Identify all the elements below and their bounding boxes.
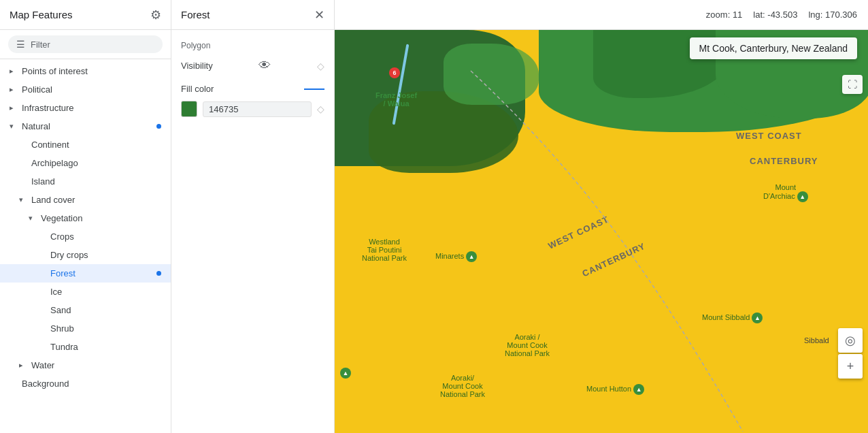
tree-arrow-infrastructure: ▸ (10, 103, 18, 112)
close-icon[interactable]: ✕ (314, 7, 324, 22)
tree-arrow-political: ▸ (10, 85, 18, 94)
fill-color-label: Fill color (181, 84, 304, 94)
sidebar-label-forest: Forest (50, 268, 161, 278)
sidebar-label-crops: Crops (50, 231, 161, 242)
tree-arrow-vegetation: ▾ (29, 214, 37, 223)
filter-lines-icon: ☰ (16, 39, 25, 50)
sidebar-item-crops[interactable]: Crops (0, 227, 171, 246)
sidebar-item-sand[interactable]: Sand (0, 301, 171, 319)
sidebar-item-natural[interactable]: ▾Natural (0, 117, 171, 135)
zoom-in-button[interactable]: + (838, 354, 863, 379)
lat-value: -43.503 (767, 10, 797, 20)
map-header: zoom: 11 lat: -43.503 lng: 170.306 (335, 0, 868, 30)
map-controls: ◎ + (838, 328, 863, 379)
eye-icon[interactable]: 👁 (258, 59, 271, 73)
sidebar-label-shrub: Shrub (50, 323, 161, 334)
sidebar-label-points-of-interest: Points of interest (22, 66, 161, 76)
polygon-label: Polygon (181, 41, 324, 50)
lat-label: lat: (753, 10, 765, 20)
sidebar-item-island[interactable]: Island (0, 172, 171, 191)
sidebar-label-ice: Ice (50, 287, 161, 297)
gear-icon[interactable]: ⚙ (150, 7, 161, 22)
sidebar-item-political[interactable]: ▸Political (0, 80, 171, 99)
map-background (335, 0, 868, 433)
color-diamond-icon[interactable]: ◇ (317, 103, 324, 114)
tree-arrow-land-cover: ▾ (19, 195, 27, 204)
filter-label: Filter (31, 39, 50, 50)
map-area[interactable]: 6 WEST COAST CANTERBURY WEST COAST CANTE… (335, 0, 868, 433)
visibility-diamond-icon[interactable]: ◇ (317, 61, 324, 71)
sidebar-item-shrub[interactable]: Shrub (0, 319, 171, 338)
sidebar-header: Map Features ⚙ (0, 0, 171, 30)
lng-value: 170.306 (825, 10, 857, 20)
map-lng: lng: 170.306 (808, 10, 857, 20)
sidebar-item-forest[interactable]: Forest (0, 264, 171, 283)
sidebar-item-tundra[interactable]: Tundra (0, 338, 171, 356)
sidebar-label-background: Background (22, 379, 161, 389)
panel: Forest ✕ Polygon Visibility 👁 ◇ Fill col… (171, 0, 335, 433)
sidebar-label-infrastructure: Infrastructure (22, 103, 161, 113)
sidebar-label-tundra: Tundra (50, 342, 161, 352)
visibility-row: Visibility 👁 ◇ (181, 59, 324, 73)
sidebar-item-points-of-interest[interactable]: ▸Points of interest (0, 62, 171, 80)
sidebar-label-water: Water (31, 360, 161, 370)
sidebar-item-ice[interactable]: Ice (0, 283, 171, 301)
filter-input[interactable]: ☰ Filter (8, 35, 163, 53)
sidebar-label-political: Political (22, 84, 161, 95)
sidebar-label-sand: Sand (50, 305, 161, 315)
tooltip-text: Mt Cook, Canterbury, New Zealand (699, 43, 848, 54)
panel-header: Forest ✕ (171, 0, 334, 30)
panel-body: Polygon Visibility 👁 ◇ Fill color 146735… (171, 30, 334, 128)
sidebar-item-infrastructure[interactable]: ▸Infrastructure (0, 99, 171, 117)
sidebar-item-background[interactable]: Background (0, 374, 171, 393)
sidebar-label-island: Island (31, 176, 161, 187)
tree-arrow-natural: ▾ (10, 122, 18, 131)
color-swatch[interactable] (181, 101, 197, 117)
blue-dot-natural (156, 124, 161, 129)
sidebar-label-archipelago: Archipelago (31, 158, 161, 168)
tree-list: ▸Points of interest▸Political▸Infrastruc… (0, 59, 171, 433)
sidebar-item-vegetation[interactable]: ▾Vegetation (0, 209, 171, 227)
sidebar-item-water[interactable]: ▸Water (0, 356, 171, 374)
fill-color-line (304, 89, 324, 90)
sidebar-label-continent: Continent (31, 140, 161, 150)
sidebar-title: Map Features (10, 9, 73, 20)
sidebar-item-dry-crops[interactable]: Dry crops (0, 246, 171, 264)
sidebar-item-land-cover[interactable]: ▾Land cover (0, 191, 171, 209)
sidebar-label-natural: Natural (22, 121, 161, 131)
map-zoom: zoom: 11 (706, 10, 743, 20)
gps-button[interactable]: ◎ (838, 328, 863, 353)
fullscreen-button[interactable]: ⛶ (842, 75, 863, 94)
sidebar-item-archipelago[interactable]: Archipelago (0, 154, 171, 172)
sidebar-item-continent[interactable]: Continent (0, 135, 171, 154)
sidebar-label-vegetation: Vegetation (41, 213, 161, 223)
lng-label: lng: (808, 10, 822, 20)
tree-arrow-water: ▸ (19, 361, 27, 370)
blue-dot-forest (156, 271, 161, 276)
color-hex-value[interactable]: 146735 (203, 101, 312, 117)
filter-box: ☰ Filter (0, 30, 171, 59)
zoom-label: zoom: (706, 10, 730, 20)
color-row: 146735 ◇ (181, 101, 324, 117)
zoom-value: 11 (733, 10, 742, 20)
sidebar-label-dry-crops: Dry crops (50, 250, 161, 260)
visibility-label: Visibility (181, 61, 213, 71)
map-tooltip: Mt Cook, Canterbury, New Zealand (690, 37, 857, 59)
panel-title: Forest (181, 9, 210, 20)
fill-color-row: Fill color (181, 84, 324, 94)
sidebar-label-land-cover: Land cover (31, 195, 161, 205)
tree-arrow-points-of-interest: ▸ (10, 67, 18, 76)
map-lat: lat: -43.503 (753, 10, 797, 20)
sidebar: Map Features ⚙ ☰ Filter ▸Points of inter… (0, 0, 171, 433)
